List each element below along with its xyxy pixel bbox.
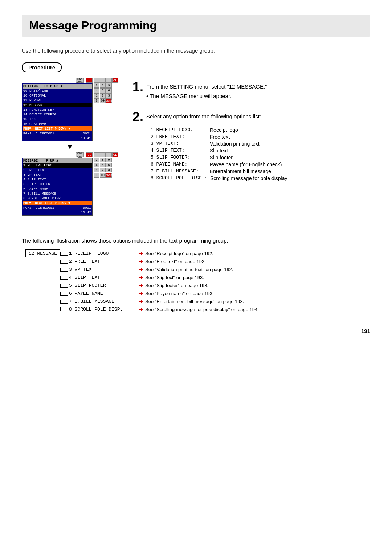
np2-3[interactable]: 3 <box>106 168 112 172</box>
steps-section: CANCEL CL SETTING ↕↕ P UP ▲ 09 DATE/TIME… <box>22 78 370 227</box>
screen1-top-buttons: CANCEL CL <box>22 78 93 83</box>
np1-0[interactable]: 0 <box>94 98 99 103</box>
cl-button2[interactable]: CL <box>86 152 93 157</box>
option-4-code: 4 SLIP TEXT: <box>151 148 207 153</box>
option-2-desc: Free text <box>210 134 230 140</box>
step1-bullet: • The MESSAGE menu will appear. <box>146 91 267 101</box>
np2-00[interactable]: 00 <box>100 173 106 178</box>
branch-2-arrow: ➜ <box>138 258 143 265</box>
branch-4-arrow: ➜ <box>138 274 143 281</box>
np1-7[interactable]: 7 <box>94 83 99 88</box>
branch-3-see: See "Validation printing text" on page 1… <box>145 267 233 272</box>
screen1-time: 10:41 <box>23 136 92 140</box>
step1-number: 1. <box>132 81 143 94</box>
screen2-block: MESSAGE P UP ▲ 1 RECEIPT LOGO 2 FREE TEX… <box>22 158 93 216</box>
screen2-header: MESSAGE P UP ▲ <box>23 158 92 163</box>
s2-row-8: 8 SCROLL POLE DISP. <box>23 196 92 201</box>
np1-1[interactable]: 1 <box>94 93 99 98</box>
step2-text-block: 2. Select any option from the following … <box>132 112 370 123</box>
np1-00[interactable]: 00 <box>100 98 106 103</box>
tree-diagram: 12 MESSAGE 1 RECEIPT LOGO ➜ See "Receipt… <box>25 249 370 313</box>
np1-blank <box>94 78 106 83</box>
option-1-code: 1 RECEIPT LOGO: <box>151 127 207 133</box>
option-5-code: 5 SLIP FOOTER: <box>151 155 207 160</box>
option-2: 2 FREE TEXT: Free text <box>151 134 370 140</box>
branch-2-see: See "Free text" on page 192. <box>145 259 206 264</box>
branch-4-label: 4 SLIP TEXT <box>69 275 136 280</box>
np2-8[interactable]: 8 <box>100 158 106 162</box>
step2-number: 2. <box>132 110 143 123</box>
np1-2[interactable]: 2 <box>100 93 106 98</box>
option-5: 5 SLIP FOOTER: Slip footer <box>151 155 370 160</box>
np2-entr[interactable]: ENTR <box>106 173 112 178</box>
step2-desc: Select any option from the following opt… <box>146 112 261 121</box>
can-button2[interactable]: CANCEL <box>76 152 84 157</box>
options-list: 1 RECEIPT LOGO: Receipt logo 2 FREE TEXT… <box>151 127 370 181</box>
option-7-desc: Entertainment bill message <box>210 168 271 174</box>
option-2-code: 2 FREE TEXT: <box>151 134 207 139</box>
branch-3: 3 VP TEXT ➜ See "Validation printing tex… <box>60 265 259 273</box>
np1-6[interactable]: 6 <box>106 88 112 93</box>
np1-dot[interactable]: · <box>106 78 112 83</box>
row-14: 14 DEVICE CONFIG <box>23 112 92 117</box>
np2-9[interactable]: 9 <box>106 158 112 162</box>
intro-text: Use the following procedure to select an… <box>22 48 370 54</box>
branch-7-arrow: ➜ <box>138 298 143 305</box>
branch-6-arrow: ➜ <box>138 290 143 297</box>
can-button[interactable]: CANCEL <box>76 78 84 83</box>
option-4: 4 SLIP TEXT: Slip text <box>151 148 370 154</box>
option-8-code: 8 SCROLL POLE DISP.: <box>151 175 207 181</box>
s2-row-3: 3 VP TEXT <box>23 172 92 177</box>
s2-row-4: 4 SLIP TEXT <box>23 177 92 182</box>
option-3-code: 3 VP TEXT: <box>151 141 207 146</box>
option-8: 8 SCROLL POLE DISP.: Scrolling message f… <box>151 175 370 181</box>
np1-4[interactable]: 4 <box>94 88 99 93</box>
np2-5[interactable]: 5 <box>100 163 106 167</box>
option-1-desc: Receipt logo <box>210 127 238 133</box>
np2-4[interactable]: 4 <box>94 163 99 167</box>
branch-2: 2 FREE TEXT ➜ See "Free text" on page 19… <box>60 257 259 265</box>
np1-9[interactable]: 9 <box>106 83 112 88</box>
step-1-row: CANCEL CL SETTING ↕↕ P UP ▲ 09 DATE/TIME… <box>22 78 370 216</box>
procedure-badge: Procedure <box>22 62 62 72</box>
np1-cl[interactable]: CL <box>112 78 118 83</box>
np2-7[interactable]: 7 <box>94 158 99 162</box>
illustration-section: The following illustration shows those o… <box>22 237 370 313</box>
branch-5-label: 5 SLIP FOOTER <box>69 283 136 288</box>
np2-cl[interactable]: CL <box>112 152 118 157</box>
row-16: 16 CUSTOMER <box>23 122 92 126</box>
np2-1[interactable]: 1 <box>94 168 99 172</box>
branch-6-label: 6 PAYEE NAME <box>69 291 136 296</box>
cl-button[interactable]: CL <box>86 78 93 83</box>
numpad2: · CL 7 8 9 4 5 6 1 2 <box>94 152 118 178</box>
screen1-footer: PREV. NEXT LIST P DOWN ▼ <box>23 126 92 131</box>
screen1-header: SETTING ↕↕ P UP ▲ <box>23 84 92 89</box>
branch-6-see: See "Payee name" on page 193. <box>145 291 213 296</box>
np1-entr[interactable]: ENTR <box>106 98 112 103</box>
row-12-selected: 12 MESSAGE <box>23 103 92 107</box>
np2-6[interactable]: 6 <box>106 163 112 167</box>
np1-3[interactable]: 3 <box>106 93 112 98</box>
np2-dot[interactable]: · <box>106 152 112 157</box>
step1-content: 1. From the SETTING menu, select "12 MES… <box>132 78 370 182</box>
screen2-terminal: CANCEL CL MESSAGE P UP ▲ 1 RECEIPT LOGO … <box>22 152 93 216</box>
np1-5[interactable]: 5 <box>100 88 106 93</box>
option-5-desc: Slip footer <box>210 155 233 160</box>
branches-container: 1 RECEIPT LOGO ➜ See "Receipt logo" on p… <box>60 249 259 313</box>
screen2-footer: PREV. NEXT LIST P DOWN ▼ <box>23 201 92 205</box>
np2-0[interactable]: 0 <box>94 173 99 178</box>
option-1: 1 RECEIPT LOGO: Receipt logo <box>151 127 370 133</box>
branch-5-see: See "Slip footer" on page 193. <box>145 283 208 288</box>
page-number: 191 <box>22 328 370 334</box>
np2-blank <box>94 152 106 157</box>
branch-1-arrow: ➜ <box>138 250 143 257</box>
branch-5-arrow: ➜ <box>138 282 143 289</box>
np1-8[interactable]: 8 <box>100 83 106 88</box>
branch-8-label: 8 SCROLL POLE DISP. <box>69 307 136 312</box>
branch-5: 5 SLIP FOOTER ➜ See "Slip footer" on pag… <box>60 281 259 289</box>
np2-2[interactable]: 2 <box>100 168 106 172</box>
screen1-terminal: CANCEL CL SETTING ↕↕ P UP ▲ 09 DATE/TIME… <box>22 78 93 141</box>
branch-7-label: 7 E.BILL MESSAGE <box>69 299 136 304</box>
step1-text-block: 1. From the SETTING menu, select "12 MES… <box>132 82 370 101</box>
option-4-desc: Slip text <box>210 148 228 154</box>
